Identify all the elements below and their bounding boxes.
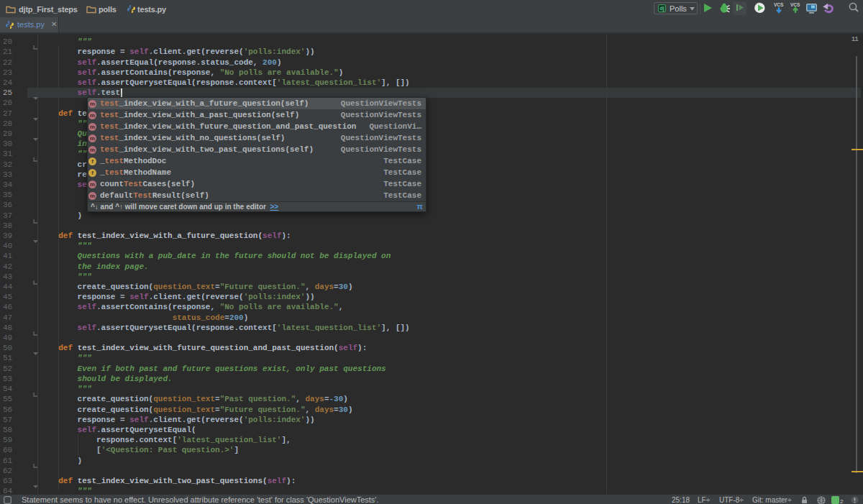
svg-text:VCS: VCS xyxy=(774,2,784,7)
svg-text:VCS: VCS xyxy=(790,2,800,7)
